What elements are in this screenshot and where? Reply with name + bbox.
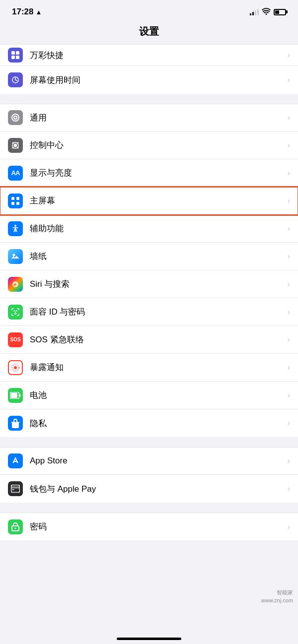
- accessibility-icon: [8, 221, 23, 236]
- accessibility-chevron: ›: [288, 224, 290, 233]
- shortcuts-item[interactable]: 万彩快捷 ›: [0, 44, 298, 66]
- wallet-chevron: ›: [288, 484, 290, 493]
- svg-rect-24: [19, 394, 21, 396]
- wallet-label: 钱包与 Apple Pay: [30, 483, 284, 495]
- svg-rect-1: [16, 51, 19, 55]
- exposure-icon: [8, 360, 23, 375]
- status-bar: 17:28 ▲: [0, 0, 298, 21]
- faceid-item[interactable]: 面容 ID 与密码 ›: [0, 298, 298, 326]
- sos-label: SOS 紧急联络: [30, 334, 284, 345]
- wallet-item[interactable]: 钱包与 Apple Pay ›: [0, 475, 298, 503]
- svg-point-16: [13, 254, 15, 256]
- settings-list-3: App Store › 钱包与 Apple Pay ›: [0, 447, 298, 503]
- page-title: 设置: [0, 21, 298, 44]
- sos-icon: SOS: [8, 332, 23, 347]
- passwords-label: 密码: [30, 521, 284, 532]
- display-icon: AA: [8, 166, 23, 181]
- control-center-item[interactable]: 控制中心 ›: [0, 131, 298, 159]
- watermark-line2: www.znj.com: [261, 597, 293, 604]
- privacy-chevron: ›: [288, 419, 290, 428]
- app-store-chevron: ›: [288, 456, 290, 465]
- screen-time-label: 屏幕使用时间: [30, 74, 284, 86]
- siri-item[interactable]: Siri 与搜索 ›: [0, 270, 298, 298]
- battery-item[interactable]: 电池 ›: [0, 382, 298, 409]
- accessibility-label: 辅助功能: [30, 223, 284, 234]
- privacy-label: 隐私: [30, 418, 284, 429]
- home-screen-label: 主屏幕: [30, 195, 284, 206]
- svg-rect-23: [11, 393, 17, 398]
- home-bar: [117, 638, 181, 640]
- svg-point-8: [17, 142, 19, 143]
- faceid-chevron: ›: [288, 308, 290, 317]
- sos-chevron: ›: [288, 335, 290, 344]
- svg-rect-30: [12, 489, 14, 490]
- general-chevron: ›: [288, 113, 290, 122]
- shortcuts-label: 万彩快捷: [30, 50, 284, 61]
- display-item[interactable]: AA 显示与亮度 ›: [0, 159, 298, 187]
- section-3: App Store › 钱包与 Apple Pay ›: [0, 447, 298, 503]
- svg-point-19: [14, 366, 17, 369]
- svg-rect-2: [11, 56, 15, 59]
- privacy-item[interactable]: 隐私 ›: [0, 409, 298, 437]
- section-4: 密码 ›: [0, 513, 298, 540]
- screen-time-item[interactable]: 屏幕使用时间 ›: [0, 66, 298, 94]
- svg-point-9: [12, 147, 14, 148]
- svg-rect-0: [11, 51, 15, 55]
- faceid-label: 面容 ID 与密码: [30, 306, 284, 318]
- home-screen-icon: [8, 193, 23, 208]
- passwords-icon: [8, 519, 23, 534]
- control-center-icon: [8, 138, 23, 153]
- siri-label: Siri 与搜索: [30, 278, 284, 290]
- exposure-chevron: ›: [288, 363, 290, 372]
- settings-list-4: 密码 ›: [0, 513, 298, 540]
- status-icons: [250, 8, 286, 16]
- home-indicator: [0, 632, 298, 644]
- signal-icon: [250, 8, 259, 15]
- general-item[interactable]: 通用 ›: [0, 104, 298, 131]
- exposure-item[interactable]: 暴露通知 ›: [0, 354, 298, 382]
- section-1: 万彩快捷 › 屏幕使用时间 ›: [0, 44, 298, 94]
- privacy-icon: [8, 416, 23, 431]
- battery-settings-icon: [8, 388, 23, 403]
- display-label: 显示与亮度: [30, 167, 284, 179]
- passwords-item[interactable]: 密码 ›: [0, 513, 298, 540]
- wallpaper-item[interactable]: 墙纸 ›: [0, 243, 298, 270]
- svg-rect-13: [11, 202, 14, 205]
- svg-point-10: [17, 147, 19, 148]
- section-2: 通用 › 控制中心 › AA 显示与亮度: [0, 104, 298, 437]
- siri-chevron: ›: [288, 280, 290, 289]
- exposure-label: 暴露通知: [30, 362, 284, 373]
- passwords-chevron: ›: [288, 522, 290, 531]
- shortcuts-icon: [8, 48, 23, 63]
- accessibility-item[interactable]: 辅助功能 ›: [0, 215, 298, 243]
- svg-rect-3: [16, 56, 19, 59]
- home-screen-item[interactable]: 主屏幕 ›: [0, 187, 298, 215]
- svg-rect-14: [16, 202, 19, 205]
- app-store-item[interactable]: App Store ›: [0, 447, 298, 475]
- general-label: 通用: [30, 112, 284, 124]
- control-center-chevron: ›: [288, 141, 290, 150]
- control-center-label: 控制中心: [30, 139, 284, 151]
- display-chevron: ›: [288, 169, 290, 178]
- screen-time-icon: [8, 72, 23, 87]
- svg-rect-12: [16, 197, 19, 200]
- settings-list-1: 万彩快捷 › 屏幕使用时间 ›: [0, 44, 298, 94]
- svg-point-15: [14, 225, 16, 227]
- svg-rect-11: [11, 197, 14, 200]
- svg-point-7: [12, 142, 14, 143]
- wallpaper-chevron: ›: [288, 252, 290, 261]
- sos-item[interactable]: SOS SOS 紧急联络 ›: [0, 326, 298, 354]
- battery-icon: [274, 9, 286, 15]
- wallpaper-label: 墙纸: [30, 251, 284, 262]
- siri-icon: [8, 277, 23, 292]
- screen-time-chevron: ›: [288, 75, 290, 84]
- general-icon: [8, 110, 23, 125]
- location-icon: ▲: [35, 8, 42, 16]
- svg-rect-27: [11, 487, 20, 488]
- faceid-icon: [8, 305, 23, 320]
- app-store-label: App Store: [30, 456, 284, 466]
- wallet-icon: [8, 481, 23, 496]
- wallpaper-icon: [8, 249, 23, 264]
- status-time: 17:28: [12, 7, 33, 17]
- svg-point-5: [14, 143, 17, 147]
